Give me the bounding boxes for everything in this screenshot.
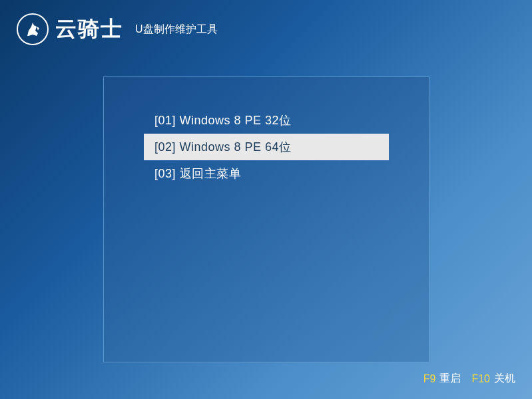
hotkey-shutdown[interactable]: F10 关机 bbox=[471, 372, 515, 386]
subtitle: U盘制作维护工具 bbox=[135, 23, 218, 37]
menu-item-win8pe-32[interactable]: [01] Windows 8 PE 32位 bbox=[144, 107, 389, 134]
brand-name: 云骑士 bbox=[55, 15, 123, 44]
boot-menu: [01] Windows 8 PE 32位 [02] Windows 8 PE … bbox=[103, 76, 429, 362]
hotkey-key: F9 bbox=[423, 373, 436, 385]
footer-hotkeys: F9 重启 F10 关机 bbox=[423, 372, 515, 386]
header: 云骑士 U盘制作维护工具 bbox=[17, 13, 218, 45]
hotkey-key: F10 bbox=[471, 373, 490, 385]
hotkey-label: 重启 bbox=[439, 372, 461, 386]
logo-icon bbox=[17, 13, 49, 45]
hotkey-restart[interactable]: F9 重启 bbox=[423, 372, 461, 386]
menu-item-return-main[interactable]: [03] 返回主菜单 bbox=[144, 160, 389, 187]
menu-item-win8pe-64[interactable]: [02] Windows 8 PE 64位 bbox=[144, 134, 389, 160]
hotkey-label: 关机 bbox=[494, 372, 515, 386]
